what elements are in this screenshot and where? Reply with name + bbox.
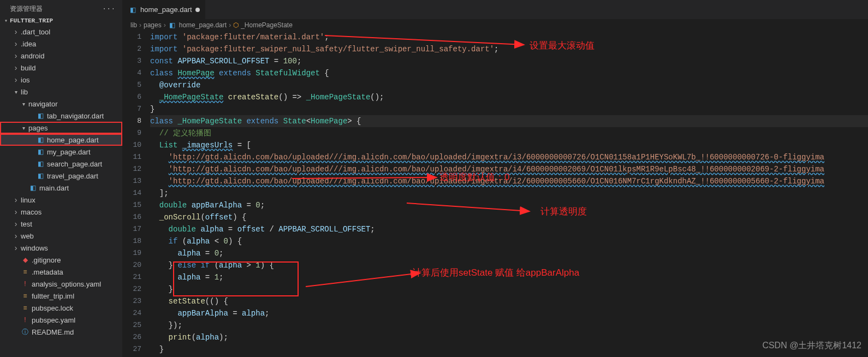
code-line[interactable]: import 'package:flutter/material.dart'; [150,31,868,43]
class-icon: ⬡ [233,21,239,29]
breadcrumb-item[interactable]: pages [144,21,162,29]
code-line[interactable]: double alpha = offset / APPBAR_SCROLL_OF… [150,223,868,235]
breadcrumb-item[interactable]: ◧home_page.dart [168,21,227,29]
code-line[interactable]: 'http://gtd.alicdn.com/bao/uploaded///im… [150,163,868,175]
meta-file-icon: ≡ [21,304,29,312]
line-number: 16 [123,211,141,223]
code-line[interactable]: 'http://gtd.alicdn.com/bao/uploaded///im… [150,175,868,187]
more-actions-icon[interactable]: ··· [102,5,116,13]
code-line[interactable]: } [150,343,868,355]
dart-file-icon: ◧ [36,159,45,168]
tree-label: web [21,232,34,240]
code-line[interactable]: } else if (alpha > 1) { [150,259,868,271]
code-line[interactable]: class HomePage extends StatefulWidget { [150,67,868,79]
meta-file-icon: ≡ [21,267,29,276]
folder-item[interactable]: pages [0,122,122,134]
folder-item[interactable]: .dart_tool [0,26,122,38]
code-line[interactable]: setState(() { [150,295,868,307]
folder-item[interactable]: linux [0,194,122,206]
line-number: 18 [123,235,141,247]
tree-label: macos [21,208,41,216]
folder-item[interactable]: build [0,62,122,74]
code-editor[interactable]: 1234567891011121314151617181920212223242… [123,31,868,357]
file-item[interactable]: ◧my_page.dart [0,146,122,158]
breadcrumb-item[interactable]: ⬡_HomePageState [233,21,293,29]
file-item[interactable]: !pubspec.yaml [0,314,122,326]
code-line[interactable]: if (alpha < 0) { [150,235,868,247]
tree-label: windows [21,244,48,252]
tree-label: .gitignore [32,256,61,264]
line-number: 25 [123,319,141,331]
line-number: 7 [123,103,141,115]
folder-item[interactable]: .idea [0,38,122,50]
folder-item[interactable]: macos [0,206,122,218]
code-line[interactable]: } [150,283,868,295]
line-number: 21 [123,271,141,283]
code-line[interactable]: alpha = 0; [150,247,868,259]
yaml-file-icon: ! [21,316,29,324]
tree-label: ios [21,76,30,84]
chevron-icon [13,243,19,252]
chevron-icon [13,219,19,228]
code-line[interactable]: import 'package:flutter_swiper_null_safe… [150,43,868,55]
folder-item[interactable]: ios [0,74,122,86]
tree-label: README.md [32,328,74,336]
code-line[interactable]: List _imagesUrls = [ [150,139,868,151]
file-item[interactable]: !analysis_options.yaml [0,278,122,290]
code-line[interactable]: _HomePageState createState() => _HomePag… [150,91,868,103]
breadcrumb[interactable]: lib › pages › ◧home_page.dart › ⬡_HomePa… [123,19,868,31]
chevron-icon [13,27,19,36]
line-number: 9 [123,127,141,139]
code-line[interactable]: ]; [150,187,868,199]
line-number: 4 [123,67,141,79]
code-line[interactable]: const APPBAR_SCROLL_OFFSET = 100; [150,55,868,67]
file-item[interactable]: ◧travel_page.dart [0,170,122,182]
tree-label: linux [21,196,35,204]
dart-file-icon: ◧ [36,111,45,120]
folder-item[interactable]: web [0,230,122,242]
code-line[interactable]: } [150,103,868,115]
file-item[interactable]: ≡fultter_trip.iml [0,290,122,302]
folder-item[interactable]: test [0,218,122,230]
file-item[interactable]: ◧main.dart [0,182,122,194]
code-line[interactable]: print(alpha); [150,331,868,343]
line-number: 8 [123,115,141,127]
file-item[interactable]: ◆.gitignore [0,254,122,266]
code-line[interactable]: _onScroll(offset) { [150,211,868,223]
file-item[interactable]: ◧search_page.dart [0,158,122,170]
folder-item[interactable]: windows [0,242,122,254]
file-item[interactable]: ◧tab_navigator.dart [0,110,122,122]
file-item[interactable]: ◧home_page.dart [0,134,122,146]
chevron-right-icon: › [164,21,166,29]
code-line[interactable]: double appBarAlpha = 0; [150,199,868,211]
project-root[interactable]: FULTTER_TRIP [0,16,122,26]
tree-label: test [21,220,32,228]
file-item[interactable]: ≡pubspec.lock [0,302,122,314]
meta-file-icon: ≡ [21,291,29,300]
breadcrumb-item[interactable]: lib [130,21,137,29]
code-line[interactable]: @override [150,79,868,91]
line-number: 10 [123,139,141,151]
code-line[interactable]: class _HomePageState extends State<HomeP… [150,115,868,127]
code-body[interactable]: import 'package:flutter/material.dart';i… [150,31,868,357]
file-item[interactable]: ⓘREADME.md [0,326,122,338]
code-line[interactable]: }); [150,319,868,331]
code-line[interactable]: // 定义轮播图 [150,127,868,139]
dart-file-icon: ◧ [36,135,45,144]
tree-label: pubspec.yaml [32,316,75,324]
code-line[interactable]: alpha = 1; [150,271,868,283]
file-item[interactable]: ≡.metadata [0,266,122,278]
project-name: FULTTER_TRIP [10,17,53,24]
code-line[interactable]: appBarAlpha = alpha; [150,307,868,319]
folder-item[interactable]: lib [0,86,122,98]
line-number: 5 [123,79,141,91]
code-line[interactable]: 'http://gtd.alicdn.com/bao/uploaded///im… [150,151,868,163]
line-number: 3 [123,55,141,67]
tab-bar: ◧ home_page.dart [123,0,868,19]
chevron-icon [13,75,19,84]
chevron-icon [13,207,19,216]
folder-item[interactable]: android [0,50,122,62]
folder-item[interactable]: navigator [0,98,122,110]
line-number: 1 [123,31,141,43]
tab-home-page[interactable]: ◧ home_page.dart [123,0,206,19]
